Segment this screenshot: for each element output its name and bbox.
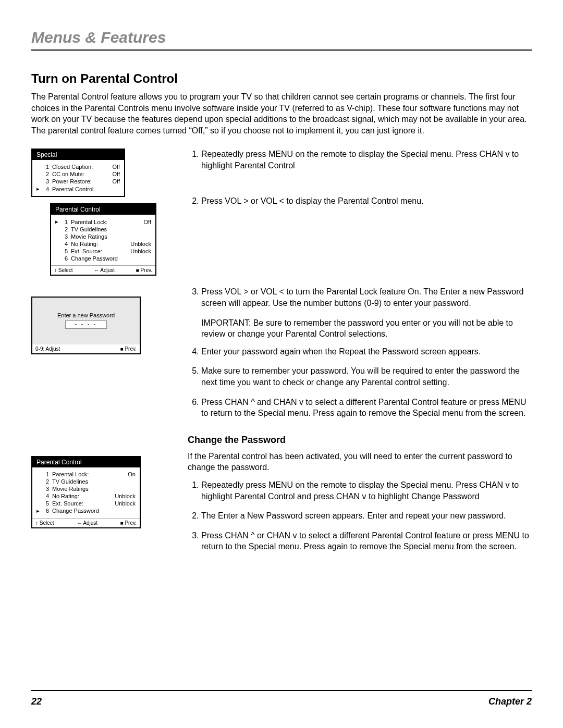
osd-parental-control-menu-on: Parental Control 1Parental Lock:On 2TV G… <box>31 456 141 528</box>
subsection-title: Change the Password <box>188 435 532 446</box>
step-2: Press VOL > or VOL < to display the Pare… <box>201 195 532 207</box>
important-note: IMPORTANT: Be sure to remember the passw… <box>188 317 532 340</box>
footer-prev: ■ Prev. <box>120 520 137 526</box>
step-6: Press CHAN ^ and CHAN v to select a diff… <box>201 397 532 419</box>
osd-header: Special <box>32 150 124 160</box>
footer-adjust: ↔ Adjust <box>77 520 97 526</box>
footer-prev: ■ Prev. <box>120 346 137 352</box>
step-5: Make sure to remember your password. You… <box>201 365 532 388</box>
osd-header: Parental Control <box>32 457 140 467</box>
osd-password-prompt: Enter a new Password - - - - 0-9: Adjust… <box>31 297 141 354</box>
footer-select: ↕ Select <box>35 520 54 526</box>
intro-paragraph: The Parental Control feature allows you … <box>31 91 532 136</box>
chapter-title: Menus & Features <box>31 29 532 51</box>
step-4: Enter your password again when the Repea… <box>201 346 532 357</box>
footer-select: ↕ Select <box>54 267 73 273</box>
step-1: Repeatedly press MENU on the remote to d… <box>201 149 532 171</box>
page-footer: 22 Chapter 2 <box>31 690 532 707</box>
page-number: 22 <box>31 696 42 707</box>
footer-adjust: 0-9: Adjust <box>35 346 60 352</box>
osd-special-menu: Special 1Closed Caption:Off 2CC on Mute:… <box>31 149 125 197</box>
step-3: Press VOL > or VOL < to turn the Parenta… <box>201 286 532 309</box>
password-field: - - - - <box>65 320 107 329</box>
password-title: Enter a new Password <box>57 312 115 318</box>
cp-step-2: The Enter a New Password screen appears.… <box>201 510 532 522</box>
osd-header: Parental Control <box>51 204 155 215</box>
footer-adjust: ↔ Adjust <box>94 267 115 273</box>
cp-step-3: Press CHAN ^ or CHAN v to select a diffe… <box>201 530 532 552</box>
chapter-label: Chapter 2 <box>488 696 532 707</box>
cp-step-1: Repeatedly press MENU on the remote to d… <box>201 479 532 502</box>
section-title: Turn on Parental Control <box>31 71 532 86</box>
subsection-intro: If the Parental control has been activat… <box>188 451 532 473</box>
osd-parental-control-menu: Parental Control ▸1Parental Lock:Off 2TV… <box>50 203 156 276</box>
footer-prev: ■ Prev. <box>136 267 152 273</box>
